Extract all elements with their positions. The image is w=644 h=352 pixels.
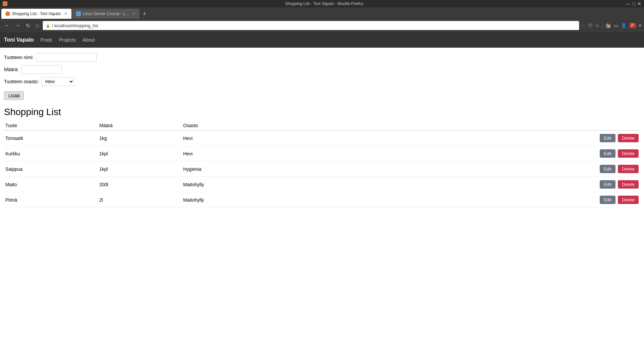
more-tools-icon[interactable]: ··· xyxy=(581,23,585,28)
title-bar: Shopping List - Toni Vapalo - Mozilla Fi… xyxy=(0,0,644,7)
cell-maara: 200l xyxy=(98,177,182,192)
new-tab-button[interactable]: + xyxy=(140,9,149,19)
nav-bar: ← → ↻ ⌂ 🔒 ℹ localhost/shopping_list ··· … xyxy=(0,19,644,32)
cell-osasto: Hevi xyxy=(182,131,276,146)
bookmark-icon[interactable]: ☆ xyxy=(595,23,600,28)
delete-button[interactable]: Delete xyxy=(618,165,639,173)
cell-tuote: Piimä xyxy=(4,192,98,208)
delete-button[interactable]: Delete xyxy=(618,180,639,189)
account-icon[interactable]: 👤 xyxy=(621,23,627,28)
nav-link-posts[interactable]: Posts xyxy=(41,37,52,43)
edit-button[interactable]: Edit xyxy=(600,180,615,189)
nav-link-projects[interactable]: Projects xyxy=(59,37,76,43)
cell-maara: 1kpl xyxy=(98,161,182,177)
department-label: Tuotteen osasto: xyxy=(4,79,39,84)
tab-label-2: Linux Server Course - L... xyxy=(83,11,129,16)
reload-button[interactable]: ↻ xyxy=(24,22,32,30)
maximize-icon[interactable]: □ xyxy=(633,1,635,6)
cell-tuote: Maito xyxy=(4,177,98,192)
col-header-tuote: Tuote xyxy=(4,121,98,131)
table-row: Piimä 2l Maitohylly Edit Delete xyxy=(4,192,640,208)
cell-actions: Edit Delete xyxy=(276,146,640,161)
close-icon[interactable]: ✕ xyxy=(637,1,641,6)
browser-chrome: Shopping List - Toni Vapalo - Mozilla Fi… xyxy=(0,0,644,32)
hamburger-menu-icon[interactable]: ≡ xyxy=(639,23,641,28)
app-navbar: Toni Vapalo Posts Projects About xyxy=(0,32,644,48)
tab-close-icon-2[interactable]: ✕ xyxy=(132,11,136,16)
page-content: Tuotteen nimi: Määrä: Tuotteen osasto: H… xyxy=(0,48,644,213)
product-name-input[interactable] xyxy=(36,53,97,62)
cell-tuote: Kurkku xyxy=(4,146,98,161)
form-department-group: Tuotteen osasto: Hevi Hygienia Maitohyll… xyxy=(4,77,640,86)
col-header-maara: Määrä xyxy=(98,121,182,131)
product-name-label: Tuotteen nimi: xyxy=(4,55,34,60)
minimize-icon[interactable]: — xyxy=(626,1,631,6)
form-product-name-group: Tuotteen nimi: xyxy=(4,53,640,62)
cell-osasto: Maitohylly xyxy=(182,177,276,192)
cell-osasto: Hygienia xyxy=(182,161,276,177)
cell-tuote: Tomaatti xyxy=(4,131,98,146)
cell-tuote: Saippua xyxy=(4,161,98,177)
shopping-list-table: Tuote Määrä Osasto Tomaatti 1kg Hevi Edi… xyxy=(4,121,640,208)
tab-page-icon xyxy=(76,11,81,16)
edit-button[interactable]: Edit xyxy=(600,196,615,204)
sidebar-toggle-icon[interactable]: ▭ xyxy=(614,23,618,28)
cell-actions: Edit Delete xyxy=(276,131,640,146)
table-row: Maito 200l Maitohylly Edit Delete xyxy=(4,177,640,192)
library-icon[interactable]: 📚 xyxy=(605,23,611,28)
table-body: Tomaatti 1kg Hevi Edit Delete Kurkku 1kp… xyxy=(4,131,640,208)
cell-osasto: Maitohylly xyxy=(182,192,276,208)
quantity-label: Määrä: xyxy=(4,67,19,72)
nav-tools: ··· 🛡 ☆ 📚 ▭ 👤 P ≡ xyxy=(581,22,641,29)
window-controls[interactable]: — □ ✕ xyxy=(626,1,641,6)
cell-actions: Edit Delete xyxy=(276,161,640,177)
tab-firefox-icon xyxy=(5,11,10,16)
cell-maara: 1kg xyxy=(98,131,182,146)
department-select[interactable]: Hevi Hygienia Maitohylly Liha Pakasteet xyxy=(42,77,74,86)
table-header: Tuote Määrä Osasto xyxy=(4,121,640,131)
cell-maara: 2l xyxy=(98,192,182,208)
forward-button[interactable]: → xyxy=(13,22,22,29)
col-header-actions xyxy=(276,121,640,131)
delete-button[interactable]: Delete xyxy=(618,149,639,158)
address-bar[interactable]: 🔒 ℹ localhost/shopping_list xyxy=(43,21,579,30)
tab-bar: Shopping List - Toni Vapalo ✕ Linux Serv… xyxy=(0,7,644,19)
tab-close-icon[interactable]: ✕ xyxy=(64,11,67,16)
edit-button[interactable]: Edit xyxy=(600,165,615,173)
lisaa-button[interactable]: Lisää xyxy=(4,91,24,100)
delete-button[interactable]: Delete xyxy=(618,196,639,204)
home-button[interactable]: ⌂ xyxy=(34,22,41,29)
app-brand[interactable]: Toni Vapalo xyxy=(4,37,34,43)
window-title: Shopping List - Toni Vapalo - Mozilla Fi… xyxy=(23,1,626,6)
cell-maara: 1kpl xyxy=(98,146,182,161)
lock-icon: 🔒 xyxy=(46,23,50,28)
table-row: Kurkku 1kpl Hevi Edit Delete xyxy=(4,146,640,161)
edit-button[interactable]: Edit xyxy=(600,149,615,158)
firefox-logo-icon xyxy=(3,1,7,6)
shopping-list-title: Shopping List xyxy=(4,107,640,117)
nav-link-about[interactable]: About xyxy=(83,37,95,43)
back-button[interactable]: ← xyxy=(3,22,11,29)
delete-button[interactable]: Delete xyxy=(618,134,639,142)
tab-label: Shopping List - Toni Vapalo xyxy=(12,11,61,16)
info-icon: ℹ xyxy=(52,23,53,28)
url-text[interactable]: localhost/shopping_list xyxy=(54,23,98,28)
pocket-icon[interactable]: P xyxy=(629,23,636,28)
divider xyxy=(602,22,603,29)
cell-actions: Edit Delete xyxy=(276,177,640,192)
table-row: Tomaatti 1kg Hevi Edit Delete xyxy=(4,131,640,146)
quantity-input[interactable] xyxy=(21,65,62,74)
shield-icon[interactable]: 🛡 xyxy=(588,23,593,28)
table-row: Saippua 1kpl Hygienia Edit Delete xyxy=(4,161,640,177)
cell-osasto: Hevi xyxy=(182,146,276,161)
col-header-osasto: Osasto xyxy=(182,121,276,131)
edit-button[interactable]: Edit xyxy=(600,134,615,142)
tab-linux-course[interactable]: Linux Server Course - L... ✕ xyxy=(72,9,140,19)
tab-shopping-list[interactable]: Shopping List - Toni Vapalo ✕ xyxy=(1,9,71,19)
cell-actions: Edit Delete xyxy=(276,192,640,208)
form-quantity-group: Määrä: xyxy=(4,65,640,74)
